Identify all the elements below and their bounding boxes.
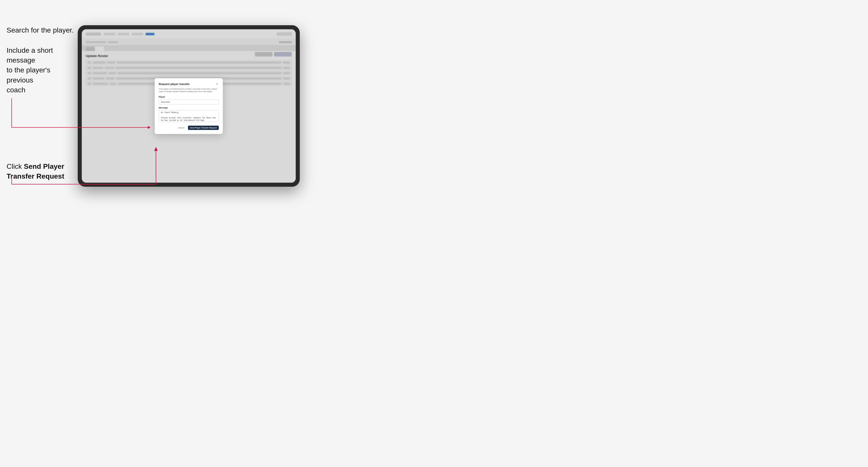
request-player-transfer-modal: Request player transfer × If the player … xyxy=(155,78,223,134)
modal-footer: Cancel Send Player Transfer Request xyxy=(159,126,219,130)
player-input[interactable] xyxy=(159,100,219,104)
annotation-click: Click Send Player Transfer Request xyxy=(6,161,72,181)
player-label: Player xyxy=(159,96,219,98)
cancel-button[interactable]: Cancel xyxy=(177,126,186,130)
tablet-screen: Update Roster xyxy=(82,29,296,183)
annotation-message: Include a short messageto the player's p… xyxy=(6,45,72,95)
message-label: Message xyxy=(159,106,219,109)
send-transfer-button[interactable]: Send Player Transfer Request xyxy=(188,126,219,130)
modal-description: If the player is transferring from anoth… xyxy=(159,88,219,93)
modal-close-button[interactable]: × xyxy=(215,82,219,86)
modal-title: Request player transfer xyxy=(159,83,190,86)
annotation-click-prefix: Click xyxy=(6,162,24,170)
modal-header: Request player transfer × xyxy=(159,82,219,86)
modal-overlay: Request player transfer × If the player … xyxy=(82,29,296,183)
annotation-search-text: Search for the player. xyxy=(6,26,74,34)
annotations: Search for the player. Include a short m… xyxy=(0,0,76,467)
annotation-message-text: Include a short messageto the player's p… xyxy=(6,46,53,94)
message-textarea[interactable]: Hi Coach McHarg, Please accept this tran… xyxy=(159,110,219,122)
tablet-device: Update Roster xyxy=(78,25,300,187)
annotation-search: Search for the player. xyxy=(6,25,74,35)
